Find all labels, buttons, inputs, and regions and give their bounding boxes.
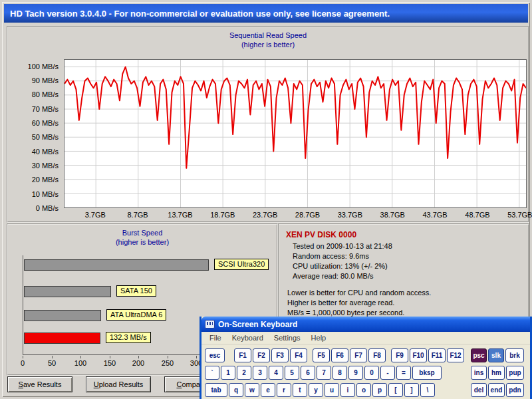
osk-key-7[interactable]: 7 bbox=[317, 366, 331, 380]
osk-key-t[interactable]: t bbox=[293, 383, 307, 397]
osk-menu-settings[interactable]: Settings bbox=[269, 334, 306, 342]
osk-key-o[interactable]: o bbox=[356, 383, 371, 397]
osk-key-sym[interactable]: [ bbox=[388, 383, 403, 397]
osk-key-sym[interactable]: - bbox=[380, 366, 395, 380]
burst-bar-label: ATA UltraDMA 6 bbox=[106, 309, 166, 321]
osk-key-f11[interactable]: F11 bbox=[428, 348, 446, 362]
osk-key-f1[interactable]: F1 bbox=[234, 348, 251, 362]
burst-bar-label: SATA 150 bbox=[116, 285, 156, 297]
burst-axis-tick bbox=[138, 356, 139, 358]
osk-key-f7[interactable]: F7 bbox=[350, 348, 367, 362]
osk-key-pup[interactable]: pup bbox=[506, 366, 524, 380]
osk-key-f12[interactable]: F12 bbox=[447, 348, 464, 362]
drive-detail-line: Random access: 9.6ms bbox=[286, 251, 521, 261]
osk-key-0[interactable]: 0 bbox=[364, 366, 379, 380]
osk-key-esc[interactable]: esc bbox=[205, 348, 225, 362]
burst-chart-title: Burst Speed bbox=[8, 229, 277, 237]
osk-key-f5[interactable]: F5 bbox=[313, 348, 330, 362]
osk-key-f2[interactable]: F2 bbox=[253, 348, 270, 362]
osk-key-hm[interactable]: hm bbox=[488, 366, 505, 380]
osk-key-pdn[interactable]: pdn bbox=[506, 383, 524, 397]
osk-key-f4[interactable]: F4 bbox=[290, 348, 307, 362]
osk-key-row: tabqwertyuiop[]\delendpdn bbox=[205, 383, 527, 397]
osk-menu-help[interactable]: Help bbox=[306, 334, 332, 342]
osk-key-q[interactable]: q bbox=[229, 383, 243, 397]
osk-key-sym[interactable]: ] bbox=[404, 383, 419, 397]
osk-key-r[interactable]: r bbox=[277, 383, 291, 397]
keyboard-icon bbox=[205, 320, 215, 329]
burst-bar-label: SCSI Ultra320 bbox=[214, 259, 269, 270]
osk-key-del[interactable]: del bbox=[471, 383, 487, 397]
osk-key-e[interactable]: e bbox=[261, 383, 275, 397]
drive-name: XEN PV DISK 0000 bbox=[286, 230, 521, 239]
osk-key-sym[interactable]: = bbox=[396, 366, 411, 380]
burst-axis-tick-label: 50 bbox=[48, 359, 56, 367]
seq-y-tick-label: 80 MB/s bbox=[32, 90, 59, 98]
osk-key-p[interactable]: p bbox=[372, 383, 387, 397]
osk-key-f3[interactable]: F3 bbox=[271, 348, 289, 362]
save-results-button[interactable]: Save Results bbox=[7, 376, 72, 392]
osk-key-slk[interactable]: slk bbox=[488, 348, 504, 362]
seq-x-tick-label: 38.7GB bbox=[380, 211, 405, 219]
note-line: Higher is better for average read. bbox=[286, 298, 521, 308]
seq-y-tick-label: 20 MB/s bbox=[32, 176, 59, 184]
osk-titlebar[interactable]: On-Screen Keyboard bbox=[201, 317, 530, 332]
osk-key-f9[interactable]: F9 bbox=[391, 348, 408, 362]
burst-axis-tick bbox=[23, 356, 23, 358]
seq-y-tick-label: 0 MB/s bbox=[36, 204, 59, 212]
osk-key-y[interactable]: y bbox=[309, 383, 323, 397]
seq-y-tick-label: 60 MB/s bbox=[32, 119, 59, 127]
seq-x-tick-label: 3.7GB bbox=[85, 211, 106, 219]
osk-key-3[interactable]: 3 bbox=[253, 366, 267, 380]
app-title: HD Tach version 3.0.4.0 - For non-commer… bbox=[10, 9, 390, 19]
osk-key-4[interactable]: 4 bbox=[269, 366, 283, 380]
seq-x-tick-label: 23.7GB bbox=[253, 211, 277, 219]
osk-key-9[interactable]: 9 bbox=[348, 366, 363, 380]
app-titlebar[interactable]: HD Tach version 3.0.4.0 - For non-commer… bbox=[4, 4, 528, 23]
burst-axis-tick bbox=[110, 356, 110, 358]
drive-details: Tested on 2009-10-13 at 21:48Random acce… bbox=[286, 241, 521, 281]
osk-key-ins[interactable]: ins bbox=[471, 366, 487, 380]
burst-axis-tick-label: 200 bbox=[132, 359, 144, 367]
burst-axis-tick bbox=[168, 356, 168, 358]
osk-key-spacer bbox=[436, 383, 469, 397]
burst-axis-tick-label: 100 bbox=[74, 359, 86, 367]
osk-key-w[interactable]: w bbox=[245, 383, 259, 397]
osk-key-1[interactable]: 1 bbox=[221, 366, 235, 380]
burst-axis-tick bbox=[52, 356, 53, 358]
osk-key-tab[interactable]: tab bbox=[205, 383, 227, 397]
seq-y-tick-label: 10 MB/s bbox=[32, 190, 59, 198]
seq-y-tick-label: 90 MB/s bbox=[32, 76, 59, 84]
osk-key-row: escF1F2F3F4F5F6F7F8F9F10F11F12pscslkbrk bbox=[205, 348, 527, 362]
upload-results-button[interactable]: Upload Results bbox=[86, 376, 151, 392]
osk-key-sym[interactable]: ` bbox=[205, 366, 219, 380]
osk-key-brk[interactable]: brk bbox=[505, 348, 524, 362]
burst-chart-subtitle: (higher is better) bbox=[8, 238, 277, 246]
button-label: Save Results bbox=[8, 377, 72, 392]
sequential-read-panel: Sequential Read Speed (higher is better)… bbox=[7, 26, 529, 223]
osk-key-f10[interactable]: F10 bbox=[410, 348, 427, 362]
osk-key-8[interactable]: 8 bbox=[332, 366, 347, 380]
osk-key-backslash[interactable]: \ bbox=[420, 383, 435, 397]
burst-bar bbox=[24, 332, 100, 344]
osk-key-spacer bbox=[387, 348, 390, 362]
osk-menu-keyboard[interactable]: Keyboard bbox=[227, 334, 269, 342]
osk-key-bksp[interactable]: bksp bbox=[412, 366, 442, 380]
seq-x-tick-label: 18.7GB bbox=[210, 211, 235, 219]
osk-key-f6[interactable]: F6 bbox=[331, 348, 348, 362]
osk-menu-file[interactable]: File bbox=[204, 334, 227, 342]
osk-key-psc[interactable]: psc bbox=[471, 348, 487, 362]
osk-key-6[interactable]: 6 bbox=[301, 366, 315, 380]
osk-key-2[interactable]: 2 bbox=[237, 366, 251, 380]
osk-key-f8[interactable]: F8 bbox=[368, 348, 386, 362]
osk-key-end[interactable]: end bbox=[488, 383, 505, 397]
osk-key-u[interactable]: u bbox=[325, 383, 339, 397]
drive-detail-line: Average read: 80.0 MB/s bbox=[286, 271, 521, 281]
osk-key-i[interactable]: i bbox=[340, 383, 355, 397]
seq-x-axis-labels: 3.7GB8.7GB13.7GB18.7GB23.7GB28.7GB33.7GB… bbox=[64, 211, 527, 221]
osk-key-5[interactable]: 5 bbox=[285, 366, 299, 380]
seq-y-tick-label: 30 MB/s bbox=[32, 162, 59, 170]
drive-detail-line: CPU utilization: 13% (+/- 2%) bbox=[286, 261, 521, 271]
button-label: Upload Results bbox=[86, 377, 150, 392]
burst-axis-tick-label: 250 bbox=[162, 359, 174, 367]
